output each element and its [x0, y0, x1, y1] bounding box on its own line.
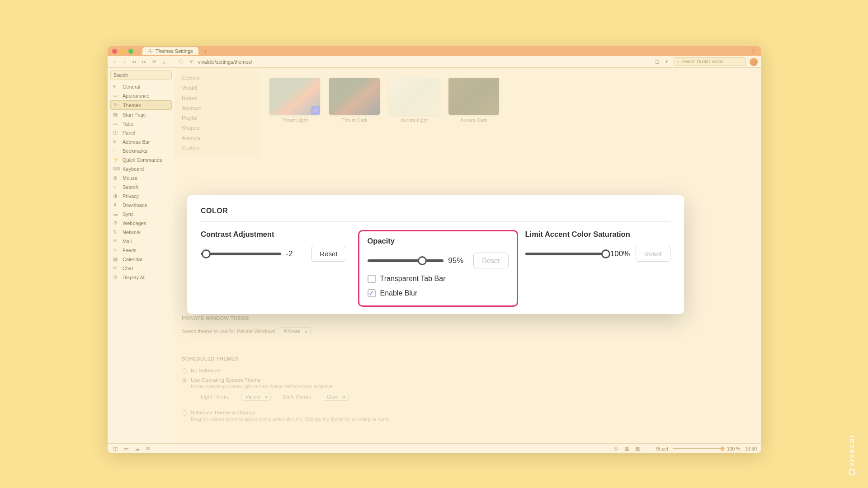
sidebar-item-panel[interactable]: ◫Panel — [110, 128, 172, 137]
category-vivaldi[interactable]: Vivaldi — [175, 83, 260, 93]
saturation-reset-button[interactable]: Reset — [636, 246, 670, 262]
maximize-window-button[interactable] — [128, 49, 133, 54]
svg-point-0 — [150, 51, 151, 52]
transparent-tab-bar-label: Transparent Tab Bar — [380, 275, 446, 283]
reload-button[interactable]: ⟳ — [151, 59, 157, 65]
sidebar-item-label: Themes — [123, 103, 141, 108]
sidebar-item-network[interactable]: ⇅Network — [110, 228, 172, 236]
bookmark-icon[interactable]: ◻ — [654, 59, 660, 65]
private-theme-select[interactable]: Private — [280, 327, 311, 335]
sidebar-item-tabs[interactable]: ▭Tabs — [110, 119, 172, 128]
status-capture-icon[interactable]: ◎ — [613, 446, 619, 451]
address-text[interactable]: vivaldi://settings/themes/ — [198, 59, 252, 65]
sidebar-item-label: General — [123, 84, 140, 89]
color-panel-title: COLOR — [201, 207, 670, 215]
check-icon: ✓ — [311, 106, 320, 115]
light-theme-select[interactable]: Vivaldi — [241, 393, 271, 401]
sidebar-item-chat[interactable]: ✉Chat — [110, 264, 172, 272]
status-tiling-icon[interactable]: ▦ — [623, 446, 630, 451]
theme-card-thrust-light[interactable]: ✓Thrust Light — [269, 78, 320, 123]
new-tab-button[interactable]: + — [202, 48, 209, 55]
contrast-reset-button[interactable]: Reset — [311, 246, 346, 262]
sidebar-item-themes[interactable]: ✎Themes — [110, 100, 172, 110]
sidebar-item-label: Address Bar — [123, 139, 150, 145]
sidebar-item-start-page[interactable]: ▦Start Page — [110, 110, 172, 119]
chevron-icon: ▾ — [113, 84, 119, 89]
sidebar-item-general[interactable]: ▾General — [110, 82, 172, 91]
theme-card-aurora-dark[interactable]: Aurora Dark — [448, 78, 499, 123]
active-tab[interactable]: Themes Settings — [142, 47, 198, 55]
theme-thumbnail — [329, 78, 380, 115]
enable-blur-label: Enable Blur — [380, 289, 418, 297]
minimize-window-button[interactable] — [120, 49, 125, 54]
sidebar-item-address-bar[interactable]: ≡Address Bar — [110, 137, 172, 146]
sidebar-item-downloads[interactable]: ⬇Downloads — [110, 201, 172, 209]
category-playful[interactable]: Playful — [175, 113, 260, 123]
schedule-option-1[interactable]: Use Operating System Theme Follow operat… — [182, 377, 752, 406]
search-engine-input[interactable]: ⌕ Search DuckDuckGo — [674, 57, 746, 66]
saturation-label: Limit Accent Color Saturation — [525, 230, 671, 239]
status-panel-icon[interactable]: ◫ — [112, 446, 118, 451]
sidebar-item-search[interactable]: ⌕Search — [110, 183, 172, 191]
sidebar-item-label: Display All — [123, 275, 146, 280]
settings-search-input[interactable] — [110, 70, 172, 80]
dark-theme-select[interactable]: Dark — [323, 393, 348, 401]
status-notes-icon[interactable]: ▭ — [123, 446, 129, 451]
status-mail-icon[interactable]: ✉ — [145, 446, 151, 451]
theme-name: Thrust Dark — [341, 117, 367, 123]
folder-icon: ▭ — [113, 93, 119, 99]
saturation-slider[interactable] — [525, 253, 606, 255]
close-window-button[interactable] — [112, 49, 117, 54]
radio-label: No Schedule — [191, 368, 221, 373]
search-placeholder: Search DuckDuckGo — [681, 59, 723, 64]
status-cloud-icon[interactable]: ☁ — [134, 446, 140, 451]
status-ruler-icon[interactable]: ↔ — [645, 446, 651, 451]
category-nature[interactable]: Nature — [175, 93, 260, 103]
sidebar-item-display-all[interactable]: ⚙Display All — [110, 273, 172, 282]
schedule-option-2[interactable]: Schedule Theme to Change Drag the slider… — [182, 410, 752, 422]
network-icon: ⇅ — [113, 229, 119, 235]
fast-forward-button[interactable]: ⏭ — [141, 59, 147, 64]
sidebar-item-label: Webpages — [123, 221, 146, 226]
sidebar-item-sync[interactable]: ☁Sync — [110, 210, 172, 218]
status-reset[interactable]: Reset — [656, 446, 668, 451]
sidebar-item-webpages[interactable]: ⚙Webpages — [110, 219, 172, 227]
sidebar-item-label: Tabs — [123, 121, 133, 127]
status-image-icon[interactable]: ▩ — [634, 446, 641, 451]
sidebar-item-label: Sync — [123, 211, 133, 217]
back-button[interactable]: ‹ — [111, 59, 118, 65]
sidebar-item-label: Mail — [123, 239, 132, 244]
sidebar-item-bookmarks[interactable]: ☐Bookmarks — [110, 146, 172, 155]
schedule-option-0[interactable]: No Schedule — [182, 368, 752, 374]
vivaldi-logo-icon — [849, 469, 855, 475]
feeds-icon: ≋ — [113, 247, 119, 253]
sidebar-item-mouse[interactable]: ◍Mouse — [110, 174, 172, 182]
category-colours[interactable]: Colours — [175, 73, 260, 83]
sidebar-item-calendar[interactable]: ▦Calendar — [110, 255, 172, 263]
sidebar-item-feeds[interactable]: ≋Feeds — [110, 246, 172, 254]
category-abstract[interactable]: Abstract — [175, 103, 260, 113]
transparent-tab-bar-checkbox[interactable] — [368, 275, 376, 283]
profile-avatar[interactable] — [750, 58, 758, 66]
sidebar-item-privacy[interactable]: ◑Privacy — [110, 192, 172, 200]
sidebar-item-quick-commands[interactable]: ⚡Quick Commands — [110, 155, 172, 164]
rewind-button[interactable]: ⏮ — [131, 59, 137, 64]
quick-icon: ⚡ — [113, 157, 119, 163]
opacity-slider[interactable] — [368, 259, 444, 262]
opacity-reset-button[interactable]: Reset — [473, 253, 508, 268]
trash-icon[interactable] — [751, 48, 757, 54]
enable-blur-checkbox[interactable]: ✓ — [368, 289, 376, 297]
shield-icon[interactable]: ⛉ — [178, 59, 184, 65]
forward-button[interactable]: › — [121, 59, 127, 65]
pencil-icon: ✎ — [113, 102, 119, 108]
zoom-slider[interactable] — [673, 448, 722, 449]
privacy-icon: ◑ — [113, 193, 119, 199]
contrast-slider[interactable] — [201, 253, 281, 255]
sidebar-item-appearance[interactable]: ▭Appearance — [110, 91, 172, 100]
sidebar-item-mail[interactable]: ✉Mail — [110, 237, 172, 245]
home-button[interactable]: ⌂ — [161, 59, 167, 65]
chevron-down-icon[interactable]: ▾ — [664, 59, 670, 65]
theme-card-aurora-light[interactable]: Aurora Light — [389, 78, 439, 123]
theme-card-thrust-dark[interactable]: Thrust Dark — [329, 78, 380, 123]
sidebar-item-keyboard[interactable]: ⌨Keyboard — [110, 164, 172, 173]
